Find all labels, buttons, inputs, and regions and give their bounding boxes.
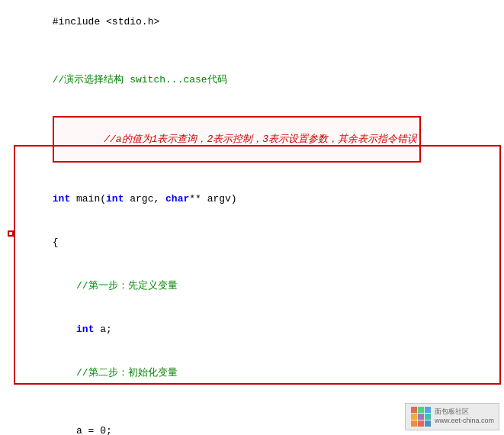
svg-rect-4 — [418, 414, 424, 420]
svg-rect-5 — [425, 414, 431, 420]
code-line: //演示选择结构 switch...case代码 — [17, 58, 501, 102]
svg-rect-8 — [425, 420, 431, 427]
svg-rect-1 — [418, 407, 424, 413]
code-line: int a; — [17, 308, 501, 351]
svg-rect-6 — [411, 420, 417, 427]
red-comment-line: //a的值为1表示查询，2表示控制，3表示设置参数，其余表示指令错误 — [17, 102, 501, 177]
code-line: //第二步：初始化变量 — [17, 351, 501, 395]
svg-rect-3 — [411, 414, 417, 420]
code-line: //第一步：先定义变量 — [17, 264, 501, 308]
svg-rect-0 — [411, 407, 417, 413]
code-line — [17, 44, 501, 58]
watermark-icon — [410, 406, 432, 427]
code-area[interactable]: #include <stdio.h> //演示选择结构 switch...cas… — [14, 0, 504, 435]
watermark-text: 面包板社区 www.eet-china.com — [435, 408, 494, 425]
svg-rect-7 — [418, 420, 424, 427]
code-line: int main(int argc, char** argv) — [17, 177, 501, 221]
left-marker — [8, 230, 14, 237]
code-line: #include <stdio.h> — [17, 0, 501, 44]
code-editor: #include <stdio.h> //演示选择结构 switch...cas… — [0, 0, 504, 435]
svg-rect-2 — [425, 407, 431, 413]
watermark: 面包板社区 www.eet-china.com — [405, 403, 499, 430]
code-line: { — [17, 221, 501, 264]
